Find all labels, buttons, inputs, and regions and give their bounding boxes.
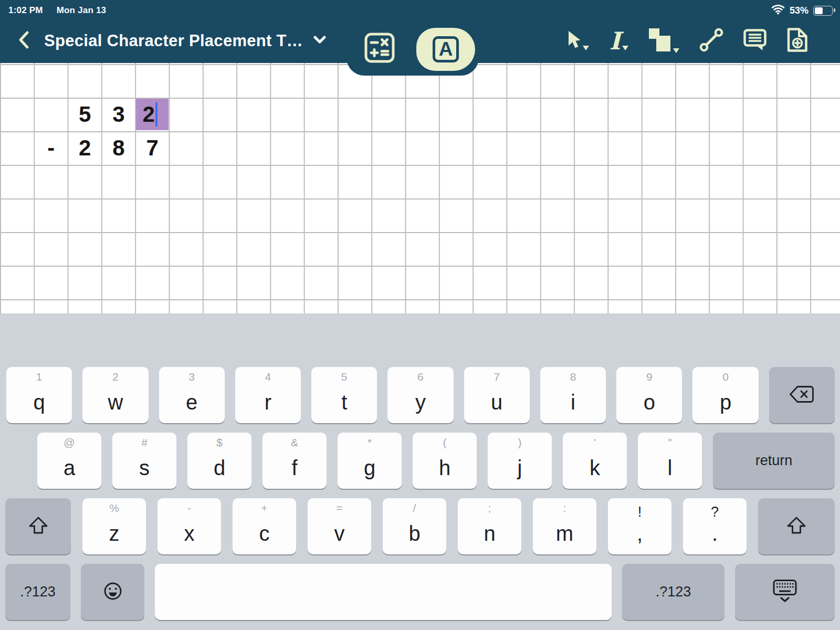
- key-label: .?123: [20, 584, 56, 600]
- key-hint: ': [563, 436, 627, 449]
- key-label: x: [184, 523, 195, 544]
- space-key[interactable]: [155, 564, 612, 620]
- dismiss-keyboard-key[interactable]: [735, 564, 835, 620]
- key-hint: 6: [387, 371, 453, 383]
- key-y[interactable]: 6y: [387, 367, 453, 423]
- key-label: k: [590, 457, 600, 478]
- key-r[interactable]: 4r: [235, 367, 301, 423]
- text-style-tool-button[interactable]: I: [609, 30, 628, 51]
- page-title: Special Character Placement T…: [44, 32, 303, 50]
- cell-character: 8: [112, 135, 124, 161]
- grid-cell-1-4[interactable]: 2: [136, 99, 169, 130]
- text-mode-button[interactable]: A: [416, 28, 475, 71]
- key-w[interactable]: 2w: [82, 367, 148, 423]
- key-f[interactable]: &f: [262, 433, 327, 489]
- key-hint: *: [338, 436, 402, 449]
- key-u[interactable]: 7u: [464, 367, 530, 423]
- cell-character: 2: [143, 102, 155, 127]
- grid-cell-1-2[interactable]: 5: [69, 99, 101, 130]
- key-comma[interactable]: !,: [608, 498, 671, 554]
- grid-cell-2-3[interactable]: 8: [102, 132, 135, 164]
- key-m[interactable]: :m: [533, 498, 596, 554]
- battery-icon: [813, 6, 833, 16]
- key-label: b: [408, 523, 420, 544]
- symbols-right-key[interactable]: .?123: [622, 564, 724, 620]
- worksheet-grid[interactable]: 532-287: [0, 63, 840, 313]
- key-v[interactable]: =v: [308, 498, 371, 554]
- grid-cell-1-3[interactable]: 3: [102, 99, 135, 130]
- key-hint: ?: [683, 504, 747, 520]
- keyboard-row-1: 1q2w3e4r5t6y7u8i9o0p: [0, 367, 840, 423]
- math-mode-button[interactable]: [364, 33, 395, 63]
- key-hint: ": [638, 436, 702, 449]
- backspace-key[interactable]: [769, 367, 835, 423]
- dropdown-triangle-icon: [673, 46, 679, 55]
- key-h[interactable]: (h: [413, 433, 477, 489]
- chevron-down-icon: [313, 36, 326, 46]
- key-hint: ): [488, 436, 552, 449]
- key-j[interactable]: )j: [488, 433, 552, 489]
- text-a-icon: A: [433, 36, 459, 62]
- emoji-key[interactable]: [81, 564, 144, 620]
- grid-cell-2-4[interactable]: 7: [136, 132, 169, 164]
- key-s[interactable]: #s: [112, 433, 176, 489]
- key-n[interactable]: ;n: [458, 498, 521, 554]
- key-label: g: [364, 457, 375, 478]
- key-label: i: [571, 392, 575, 413]
- wifi-icon: [771, 4, 785, 17]
- key-b[interactable]: /b: [383, 498, 446, 554]
- key-hint: =: [308, 502, 371, 514]
- key-l[interactable]: "l: [638, 433, 702, 489]
- key-label: u: [491, 392, 502, 413]
- keyboard-row-3: %z-x+c=v/b;n:m!,?.: [0, 498, 840, 554]
- key-label: a: [64, 457, 75, 478]
- grid-cell-2-2[interactable]: 2: [69, 132, 101, 164]
- key-q[interactable]: 1q: [6, 367, 72, 423]
- key-i[interactable]: 8i: [540, 367, 606, 423]
- shift-right-key[interactable]: [758, 498, 835, 554]
- key-o[interactable]: 9o: [616, 367, 682, 423]
- symbols-left-key[interactable]: .?123: [5, 564, 70, 620]
- key-hint: 5: [311, 371, 377, 383]
- key-hint: 8: [540, 371, 606, 383]
- key-z[interactable]: %z: [82, 498, 146, 554]
- key-period[interactable]: ?.: [683, 498, 747, 554]
- key-p[interactable]: 0p: [692, 367, 758, 423]
- battery-percent: 53%: [790, 5, 808, 16]
- select-tool-button[interactable]: [566, 30, 589, 51]
- back-button[interactable]: [18, 30, 29, 51]
- comment-tool-button[interactable]: [743, 29, 766, 53]
- key-c[interactable]: +c: [233, 498, 296, 554]
- key-k[interactable]: 'k: [563, 433, 627, 489]
- key-label: v: [334, 523, 345, 544]
- key-t[interactable]: 5t: [311, 367, 377, 423]
- key-label: j: [518, 457, 522, 478]
- key-label: y: [415, 392, 426, 413]
- cell-character: 3: [112, 102, 124, 127]
- key-label: r: [265, 392, 271, 413]
- shift-left-key[interactable]: [5, 498, 71, 554]
- key-g[interactable]: *g: [338, 433, 402, 489]
- key-x[interactable]: -x: [158, 498, 221, 554]
- key-label: ,: [637, 523, 643, 544]
- key-label: c: [259, 523, 270, 544]
- key-d[interactable]: $d: [187, 433, 251, 489]
- dropdown-triangle-icon: [622, 43, 628, 52]
- clock: 1:02 PM: [8, 5, 43, 16]
- shapes-tool-button[interactable]: [648, 28, 679, 54]
- return-key[interactable]: return: [713, 433, 835, 489]
- key-label: .?123: [656, 584, 691, 600]
- key-e[interactable]: 3e: [159, 367, 225, 423]
- shapes-icon: [648, 28, 671, 54]
- add-page-tool-button[interactable]: [786, 28, 807, 54]
- key-label: t: [341, 392, 347, 413]
- key-hint: /: [383, 502, 446, 514]
- header-toolbar: I: [566, 28, 840, 54]
- key-a[interactable]: @a: [37, 433, 101, 489]
- key-label: q: [34, 392, 45, 413]
- line-tool-button[interactable]: [699, 28, 723, 54]
- grid-cell-2-1[interactable]: -: [35, 132, 67, 164]
- title-dropdown-button[interactable]: [313, 36, 326, 46]
- text-cursor: [155, 102, 158, 127]
- backspace-icon: [789, 385, 814, 405]
